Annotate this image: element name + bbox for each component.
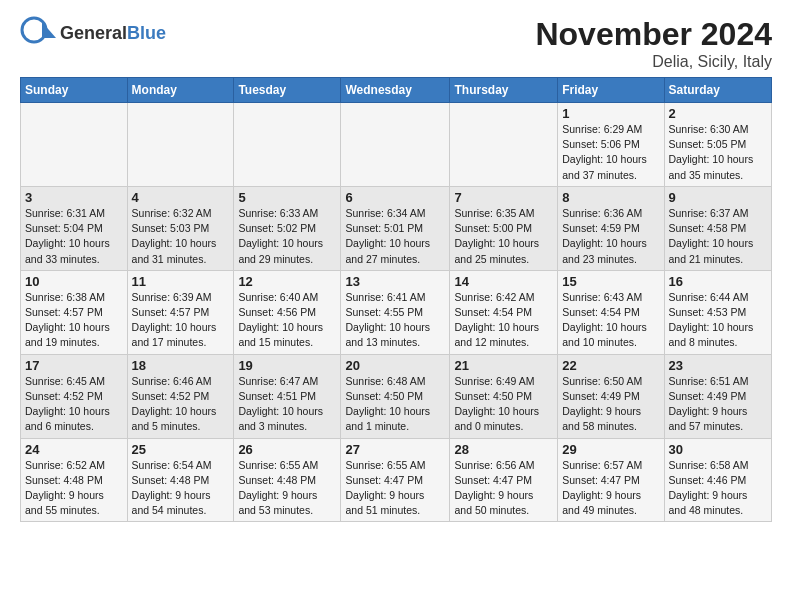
week-row-4: 24Sunrise: 6:52 AM Sunset: 4:48 PM Dayli… [21,438,772,522]
day-info: Sunrise: 6:43 AM Sunset: 4:54 PM Dayligh… [562,290,659,351]
table-row: 24Sunrise: 6:52 AM Sunset: 4:48 PM Dayli… [21,438,128,522]
svg-marker-1 [42,22,56,38]
table-row: 14Sunrise: 6:42 AM Sunset: 4:54 PM Dayli… [450,270,558,354]
week-row-0: 1Sunrise: 6:29 AM Sunset: 5:06 PM Daylig… [21,103,772,187]
day-info: Sunrise: 6:55 AM Sunset: 4:48 PM Dayligh… [238,458,336,519]
day-number: 4 [132,190,230,205]
page-title: November 2024 [535,16,772,53]
day-number: 12 [238,274,336,289]
day-info: Sunrise: 6:29 AM Sunset: 5:06 PM Dayligh… [562,122,659,183]
day-info: Sunrise: 6:34 AM Sunset: 5:01 PM Dayligh… [345,206,445,267]
day-number: 30 [669,442,767,457]
day-info: Sunrise: 6:52 AM Sunset: 4:48 PM Dayligh… [25,458,123,519]
day-number: 24 [25,442,123,457]
table-row: 22Sunrise: 6:50 AM Sunset: 4:49 PM Dayli… [558,354,664,438]
day-number: 1 [562,106,659,121]
day-info: Sunrise: 6:51 AM Sunset: 4:49 PM Dayligh… [669,374,767,435]
day-number: 10 [25,274,123,289]
header-monday: Monday [127,78,234,103]
table-row [127,103,234,187]
day-number: 26 [238,442,336,457]
table-row: 17Sunrise: 6:45 AM Sunset: 4:52 PM Dayli… [21,354,128,438]
day-info: Sunrise: 6:42 AM Sunset: 4:54 PM Dayligh… [454,290,553,351]
day-number: 17 [25,358,123,373]
logo-general: General [60,23,127,43]
table-row: 20Sunrise: 6:48 AM Sunset: 4:50 PM Dayli… [341,354,450,438]
table-row: 21Sunrise: 6:49 AM Sunset: 4:50 PM Dayli… [450,354,558,438]
table-row: 12Sunrise: 6:40 AM Sunset: 4:56 PM Dayli… [234,270,341,354]
table-row: 29Sunrise: 6:57 AM Sunset: 4:47 PM Dayli… [558,438,664,522]
day-number: 16 [669,274,767,289]
day-number: 19 [238,358,336,373]
header-thursday: Thursday [450,78,558,103]
day-number: 2 [669,106,767,121]
title-block: November 2024 Delia, Sicily, Italy [535,16,772,71]
table-row: 13Sunrise: 6:41 AM Sunset: 4:55 PM Dayli… [341,270,450,354]
header: GeneralBlue November 2024 Delia, Sicily,… [20,16,772,71]
table-row [341,103,450,187]
logo-icon [20,16,56,52]
day-info: Sunrise: 6:32 AM Sunset: 5:03 PM Dayligh… [132,206,230,267]
table-row: 30Sunrise: 6:58 AM Sunset: 4:46 PM Dayli… [664,438,771,522]
day-info: Sunrise: 6:37 AM Sunset: 4:58 PM Dayligh… [669,206,767,267]
header-friday: Friday [558,78,664,103]
day-number: 5 [238,190,336,205]
day-info: Sunrise: 6:58 AM Sunset: 4:46 PM Dayligh… [669,458,767,519]
calendar-body: 1Sunrise: 6:29 AM Sunset: 5:06 PM Daylig… [21,103,772,522]
weekday-row: Sunday Monday Tuesday Wednesday Thursday… [21,78,772,103]
table-row: 8Sunrise: 6:36 AM Sunset: 4:59 PM Daylig… [558,186,664,270]
table-row: 9Sunrise: 6:37 AM Sunset: 4:58 PM Daylig… [664,186,771,270]
day-number: 29 [562,442,659,457]
day-info: Sunrise: 6:45 AM Sunset: 4:52 PM Dayligh… [25,374,123,435]
table-row: 25Sunrise: 6:54 AM Sunset: 4:48 PM Dayli… [127,438,234,522]
header-sunday: Sunday [21,78,128,103]
day-number: 6 [345,190,445,205]
table-row: 18Sunrise: 6:46 AM Sunset: 4:52 PM Dayli… [127,354,234,438]
logo: GeneralBlue [20,16,166,52]
day-info: Sunrise: 6:44 AM Sunset: 4:53 PM Dayligh… [669,290,767,351]
day-number: 7 [454,190,553,205]
table-row: 5Sunrise: 6:33 AM Sunset: 5:02 PM Daylig… [234,186,341,270]
day-number: 20 [345,358,445,373]
day-info: Sunrise: 6:56 AM Sunset: 4:47 PM Dayligh… [454,458,553,519]
table-row: 27Sunrise: 6:55 AM Sunset: 4:47 PM Dayli… [341,438,450,522]
table-row: 3Sunrise: 6:31 AM Sunset: 5:04 PM Daylig… [21,186,128,270]
table-row: 4Sunrise: 6:32 AM Sunset: 5:03 PM Daylig… [127,186,234,270]
logo-blue: Blue [127,23,166,43]
day-info: Sunrise: 6:48 AM Sunset: 4:50 PM Dayligh… [345,374,445,435]
day-info: Sunrise: 6:55 AM Sunset: 4:47 PM Dayligh… [345,458,445,519]
header-tuesday: Tuesday [234,78,341,103]
table-row [234,103,341,187]
day-info: Sunrise: 6:30 AM Sunset: 5:05 PM Dayligh… [669,122,767,183]
header-saturday: Saturday [664,78,771,103]
day-info: Sunrise: 6:33 AM Sunset: 5:02 PM Dayligh… [238,206,336,267]
day-info: Sunrise: 6:46 AM Sunset: 4:52 PM Dayligh… [132,374,230,435]
day-info: Sunrise: 6:49 AM Sunset: 4:50 PM Dayligh… [454,374,553,435]
table-row [450,103,558,187]
week-row-3: 17Sunrise: 6:45 AM Sunset: 4:52 PM Dayli… [21,354,772,438]
day-number: 14 [454,274,553,289]
calendar-header: Sunday Monday Tuesday Wednesday Thursday… [21,78,772,103]
page-subtitle: Delia, Sicily, Italy [535,53,772,71]
day-info: Sunrise: 6:50 AM Sunset: 4:49 PM Dayligh… [562,374,659,435]
day-number: 28 [454,442,553,457]
day-number: 23 [669,358,767,373]
day-info: Sunrise: 6:31 AM Sunset: 5:04 PM Dayligh… [25,206,123,267]
day-info: Sunrise: 6:39 AM Sunset: 4:57 PM Dayligh… [132,290,230,351]
day-number: 9 [669,190,767,205]
calendar-table: Sunday Monday Tuesday Wednesday Thursday… [20,77,772,522]
day-info: Sunrise: 6:41 AM Sunset: 4:55 PM Dayligh… [345,290,445,351]
table-row: 26Sunrise: 6:55 AM Sunset: 4:48 PM Dayli… [234,438,341,522]
day-number: 27 [345,442,445,457]
day-number: 8 [562,190,659,205]
table-row [21,103,128,187]
day-number: 11 [132,274,230,289]
table-row: 10Sunrise: 6:38 AM Sunset: 4:57 PM Dayli… [21,270,128,354]
table-row: 1Sunrise: 6:29 AM Sunset: 5:06 PM Daylig… [558,103,664,187]
day-info: Sunrise: 6:57 AM Sunset: 4:47 PM Dayligh… [562,458,659,519]
week-row-1: 3Sunrise: 6:31 AM Sunset: 5:04 PM Daylig… [21,186,772,270]
table-row: 2Sunrise: 6:30 AM Sunset: 5:05 PM Daylig… [664,103,771,187]
day-number: 15 [562,274,659,289]
table-row: 16Sunrise: 6:44 AM Sunset: 4:53 PM Dayli… [664,270,771,354]
day-number: 21 [454,358,553,373]
